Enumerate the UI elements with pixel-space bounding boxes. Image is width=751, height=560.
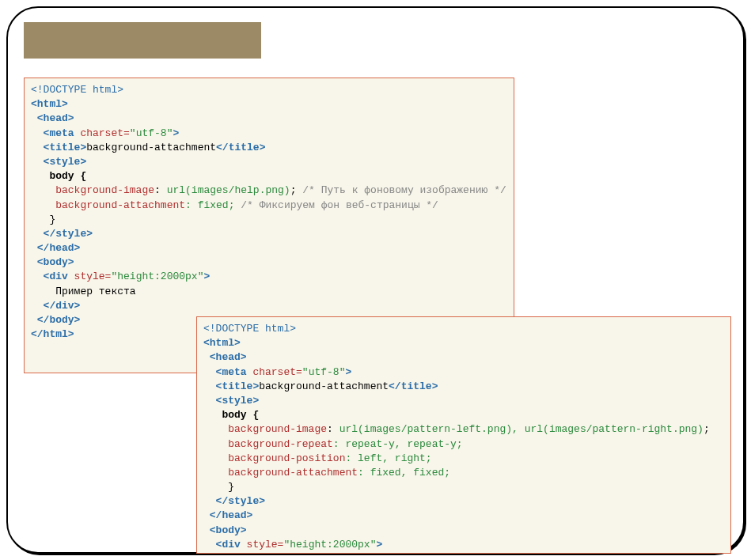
code-prop: background-attachment bbox=[203, 467, 358, 479]
code-tag: <head> bbox=[203, 351, 247, 363]
code-line: <head> bbox=[31, 112, 74, 124]
code-tag: </style> bbox=[203, 495, 265, 507]
code-tag: </head> bbox=[31, 242, 80, 254]
code-tag: <body> bbox=[203, 524, 247, 536]
code-text: background-attachment bbox=[86, 142, 216, 153]
code-val: : repeat-y, repeat-y; bbox=[333, 438, 463, 450]
slide: <!DOCTYPE html> <html> <head> <meta char… bbox=[0, 0, 751, 560]
code-tag: <div bbox=[203, 539, 241, 551]
code-tag: <body> bbox=[31, 256, 74, 268]
code-comment: /* Путь к фоновому изображению */ bbox=[296, 184, 506, 196]
code-tag: <meta bbox=[203, 366, 247, 378]
code-comment: /* Фиксируем фон веб-страницы */ bbox=[234, 199, 438, 211]
code-tag: > bbox=[173, 127, 179, 139]
code-val: "utf-8" bbox=[302, 366, 346, 378]
code-tag: </title> bbox=[389, 380, 438, 392]
code-text: Пример текста bbox=[31, 286, 136, 297]
code-tag: > bbox=[203, 271, 210, 282]
code-block-2: <!DOCTYPE html> <html> <head> <meta char… bbox=[196, 316, 731, 554]
code-prop: background-image bbox=[31, 184, 154, 196]
code-tag: <title> bbox=[31, 142, 86, 153]
code-val: : fixed; bbox=[185, 199, 234, 211]
code-val: url(images/pattern-left.png), url(images… bbox=[339, 423, 704, 435]
code-text: background-attachment bbox=[259, 380, 389, 392]
code-tag: <style> bbox=[31, 156, 86, 168]
code-tag: </html> bbox=[31, 328, 74, 340]
code-attr: style= bbox=[68, 271, 112, 282]
code-line: <!DOCTYPE html> bbox=[203, 323, 296, 335]
code-punct: ; bbox=[704, 423, 710, 435]
code-punct: : bbox=[154, 184, 167, 196]
code-tag: > bbox=[345, 366, 351, 378]
code-attr: style= bbox=[241, 539, 284, 551]
code-tag: </head> bbox=[203, 509, 252, 521]
code-prop: background-attachment bbox=[31, 199, 185, 211]
code-tag: <title> bbox=[203, 380, 259, 392]
code-val: "height:2000px" bbox=[111, 271, 203, 282]
code-tag: </style> bbox=[31, 228, 93, 240]
code-line: } bbox=[203, 481, 234, 493]
code-tag: </body> bbox=[31, 314, 80, 326]
code-line: body { bbox=[31, 170, 86, 182]
code-tag: <html> bbox=[203, 337, 241, 349]
code-val: "height:2000px" bbox=[283, 539, 376, 551]
code-tag: </div> bbox=[203, 553, 252, 554]
code-tag: </title> bbox=[216, 142, 265, 153]
code-tag: <style> bbox=[203, 395, 259, 407]
code-attr: charset= bbox=[247, 366, 302, 378]
code-attr: charset= bbox=[74, 127, 130, 139]
code-val: : fixed, fixed; bbox=[358, 467, 450, 479]
code-punct: : bbox=[327, 423, 339, 435]
code-val: : left, right; bbox=[345, 452, 431, 464]
code-tag: </div> bbox=[31, 300, 80, 312]
code-line: } bbox=[31, 214, 55, 225]
code-tag: <div bbox=[31, 271, 68, 282]
code-prop: background-position bbox=[203, 452, 345, 464]
code-val: "utf-8" bbox=[130, 127, 173, 139]
code-prop: background-image bbox=[203, 423, 327, 435]
code-line: body { bbox=[203, 409, 259, 421]
code-line: <!DOCTYPE html> bbox=[31, 84, 123, 96]
code-val: url(images/help.png) bbox=[167, 184, 290, 196]
code-tag: > bbox=[376, 539, 382, 551]
code-line: <html> bbox=[31, 98, 68, 110]
title-block bbox=[24, 22, 261, 59]
code-tag: <meta bbox=[31, 127, 74, 139]
code-prop: background-repeat bbox=[203, 438, 333, 450]
